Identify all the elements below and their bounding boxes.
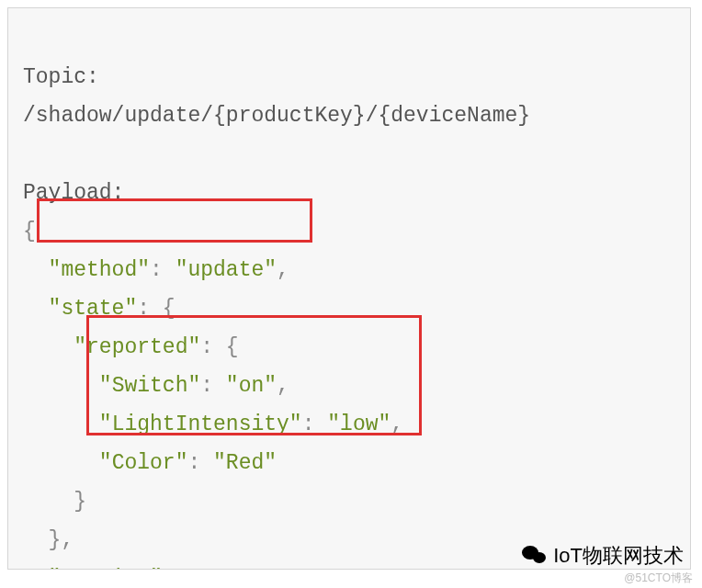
val-method: "update" [176, 258, 277, 282]
key-version: "version" [49, 567, 163, 570]
wechat-icon [522, 544, 548, 566]
comma: , [277, 374, 289, 398]
val-switch: "on" [226, 374, 277, 398]
key-reported: "reported" [74, 335, 200, 359]
val-color: "Red" [213, 451, 277, 475]
colon: : [163, 567, 188, 570]
brace-open-root: { [23, 220, 36, 243]
key-state: "state" [49, 297, 138, 321]
comma: , [277, 258, 289, 282]
val-version: 1 [187, 567, 200, 570]
payload-label: Payload: [23, 181, 124, 205]
colon: : [137, 297, 163, 321]
colon: : [200, 374, 226, 398]
colon: : [150, 258, 176, 282]
colon: : [187, 451, 213, 475]
brace-close-state: } [49, 528, 62, 552]
key-color: "Color" [99, 451, 188, 475]
brace-open-reported: { [226, 335, 239, 359]
watermark-main: IoT物联网技术 [522, 542, 684, 570]
comma: , [391, 413, 403, 436]
code-panel: Topic: /shadow/update/{productKey}/{devi… [7, 7, 691, 570]
topic-path: /shadow/update/{productKey}/{deviceName} [23, 104, 530, 128]
brace-open-state: { [163, 297, 176, 321]
watermark-sub: @51CTO博客 [624, 571, 693, 586]
topic-label: Topic: [23, 65, 99, 89]
colon: : [200, 335, 226, 359]
key-switch: "Switch" [99, 374, 200, 398]
watermark-main-text: IoT物联网技术 [553, 544, 684, 567]
colon: : [302, 413, 328, 436]
comma: , [61, 528, 74, 552]
brace-close-reported: } [74, 490, 86, 514]
key-light: "LightIntensity" [99, 413, 302, 436]
key-method: "method" [49, 258, 150, 282]
val-light: "low" [327, 413, 391, 436]
